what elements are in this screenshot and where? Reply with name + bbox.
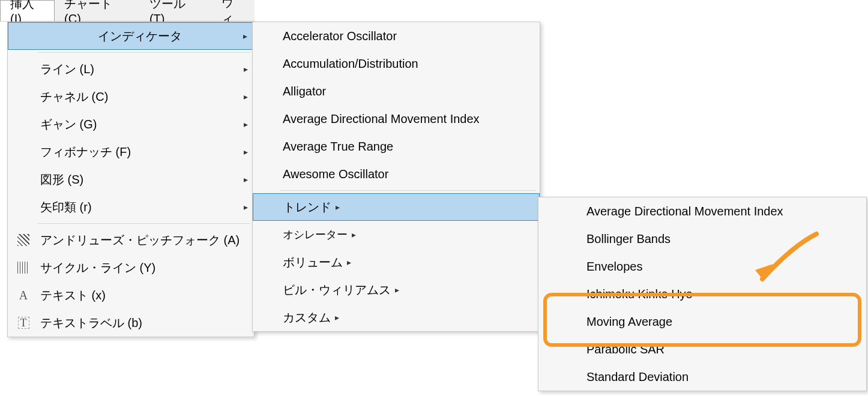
accelerator-label: Accelerator Oscillator (283, 29, 397, 43)
menu-item-channel[interactable]: チャネル (C) ▸ (8, 83, 254, 110)
submenu-arrow-icon: ▸ (348, 230, 356, 239)
menu-item-arrows[interactable]: 矢印類 (r) ▸ (8, 193, 254, 221)
menu-tools[interactable]: ツール (T) (140, 0, 212, 21)
submenu-arrow-icon: ▸ (240, 64, 248, 74)
menu-item-awesome[interactable]: Awesome Oscillator (253, 160, 540, 188)
menu-item-moving-average[interactable]: Moving Average (538, 308, 866, 335)
fibo-label: フィボナッチ (F) (35, 144, 240, 160)
menubar: 挿入(I) チャート (C) ツール (T) ウィ (0, 0, 255, 22)
insert-menu: インディケータ ▸ ライン (L) ▸ チャネル (C) ▸ ギャン (G) ▸… (7, 22, 255, 337)
menu-item-alligator[interactable]: Alligator (253, 77, 540, 105)
menu-item-trend[interactable]: トレンド ▸ (253, 193, 540, 221)
custom-label: カスタム (283, 310, 331, 326)
alligator-label: Alligator (283, 85, 326, 98)
textlabel-label: テキストラベル (b) (35, 315, 248, 331)
menu-item-billwilliams[interactable]: ビル・ウィリアムス ▸ (253, 276, 540, 304)
menu-item-admi[interactable]: Average Directional Movement Index (253, 105, 540, 133)
pitchfork-icon (11, 234, 35, 246)
submenu-arrow-icon: ▸ (240, 147, 248, 157)
text-label: テキスト (x) (35, 287, 248, 304)
submenu-arrow-icon: ▸ (240, 175, 248, 184)
menu-item-bollinger[interactable]: Bollinger Bands (538, 225, 866, 253)
menu-item-parabolic[interactable]: Parabolic SAR (538, 335, 866, 363)
separator (38, 52, 250, 53)
text-icon (11, 289, 35, 302)
line-label: ライン (L) (35, 61, 240, 77)
atr-label: Average True Range (283, 140, 393, 154)
menu-item-volume[interactable]: ボリューム ▸ (253, 248, 540, 276)
menu-item-admi3[interactable]: Average Directional Movement Index (538, 197, 866, 225)
pitchfork-label: アンドリューズ・ピッチフォーク (A) (35, 232, 248, 248)
envelopes-label: Envelopes (586, 260, 642, 274)
parabolic-label: Parabolic SAR (586, 343, 665, 356)
admi3-label: Average Directional Movement Index (586, 205, 783, 218)
submenu-arrow-icon: ▸ (239, 31, 247, 41)
indicators-label: インディケータ (36, 28, 239, 44)
menu-item-envelopes[interactable]: Envelopes (538, 253, 866, 280)
text-label-icon (11, 317, 35, 329)
menu-item-stddev[interactable]: Standard Deviation (538, 363, 866, 391)
accum-label: Accumulation/Distribution (283, 57, 418, 71)
menu-item-indicators[interactable]: インディケータ ▸ (8, 22, 254, 50)
menu-item-pitchfork[interactable]: アンドリューズ・ピッチフォーク (A) (8, 226, 254, 254)
menu-window[interactable]: ウィ (212, 0, 255, 21)
submenu-arrow-icon: ▸ (391, 285, 399, 295)
menu-item-atr[interactable]: Average True Range (253, 133, 540, 160)
menu-item-text[interactable]: テキスト (x) (8, 281, 254, 309)
indicators-submenu: Accelerator Oscillator Accumulation/Dist… (252, 22, 540, 332)
submenu-arrow-icon: ▸ (343, 257, 351, 267)
menu-item-gann[interactable]: ギャン (G) ▸ (8, 110, 254, 138)
menu-item-accelerator[interactable]: Accelerator Oscillator (253, 22, 540, 50)
menu-item-accum[interactable]: Accumulation/Distribution (253, 50, 540, 77)
arrows-label: 矢印類 (r) (35, 199, 240, 215)
stddev-label: Standard Deviation (586, 370, 689, 384)
shapes-label: 図形 (S) (35, 172, 240, 188)
menu-item-textlabel[interactable]: テキストラベル (b) (8, 309, 254, 337)
ma-label: Moving Average (586, 315, 672, 329)
menu-item-shapes[interactable]: 図形 (S) ▸ (8, 166, 254, 193)
ichimoku-label: Ichimoku Kinko Hyo (586, 287, 693, 301)
menu-item-custom[interactable]: カスタム ▸ (253, 304, 540, 331)
cycle-label: サイクル・ライン (Y) (35, 260, 248, 276)
menu-item-fibo[interactable]: フィボナッチ (F) ▸ (8, 138, 254, 166)
submenu-arrow-icon: ▸ (240, 119, 248, 129)
bollinger-label: Bollinger Bands (586, 232, 671, 246)
submenu-arrow-icon: ▸ (331, 313, 339, 322)
menu-item-cycle[interactable]: サイクル・ライン (Y) (8, 254, 254, 281)
menu-item-oscillator[interactable]: オシレーター ▸ (253, 221, 540, 248)
awesome-label: Awesome Oscillator (283, 167, 388, 181)
cycle-lines-icon (11, 262, 35, 274)
submenu-arrow-icon: ▸ (331, 202, 340, 212)
submenu-arrow-icon: ▸ (240, 202, 248, 212)
menu-insert[interactable]: 挿入(I) (0, 0, 55, 21)
trend-submenu: Average Directional Movement Index Bolli… (538, 197, 867, 391)
menu-item-line[interactable]: ライン (L) ▸ (8, 55, 254, 83)
submenu-arrow-icon: ▸ (240, 92, 248, 101)
separator (38, 223, 250, 224)
admi-label: Average Directional Movement Index (283, 112, 480, 126)
separator (280, 190, 536, 191)
volume-label: ボリューム (283, 254, 343, 271)
gann-label: ギャン (G) (35, 116, 240, 133)
trend-label: トレンド (283, 199, 331, 215)
menu-chart[interactable]: チャート (C) (55, 0, 140, 21)
menu-item-ichimoku[interactable]: Ichimoku Kinko Hyo (538, 280, 866, 308)
oscillator-label: オシレーター (283, 227, 348, 242)
channel-label: チャネル (C) (35, 89, 240, 105)
billwilliams-label: ビル・ウィリアムス (283, 282, 391, 298)
